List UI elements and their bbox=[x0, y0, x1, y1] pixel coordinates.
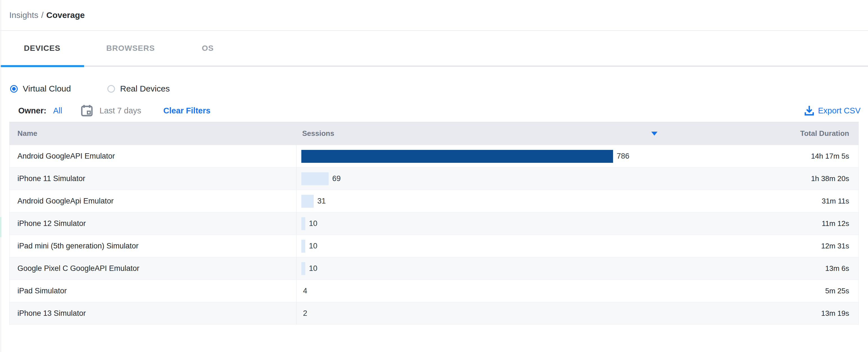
sessions-bar bbox=[301, 150, 613, 163]
radio-real-devices[interactable]: Real Devices bbox=[107, 84, 170, 94]
total-duration-cell: 5m 25s bbox=[671, 280, 859, 302]
device-name-cell: Android GoogleAPI Emulator bbox=[9, 145, 296, 167]
sessions-cell: 31 bbox=[296, 190, 671, 212]
table-row[interactable]: Google Pixel C GoogleAPI Emulator 10 13m… bbox=[9, 257, 859, 280]
sessions-value: 69 bbox=[332, 174, 341, 183]
column-header-name[interactable]: Name bbox=[9, 129, 296, 138]
device-name-cell: iPhone 12 Simulator bbox=[9, 212, 296, 235]
sessions-value: 10 bbox=[309, 242, 317, 250]
table-header-row: Name Sessions Total Duration bbox=[9, 122, 859, 145]
table-body: Android GoogleAPI Emulator 786 14h 17m 5… bbox=[9, 145, 859, 324]
export-csv-label: Export CSV bbox=[818, 106, 861, 115]
radio-unselected-icon[interactable] bbox=[107, 85, 115, 93]
table-row[interactable]: iPhone 12 Simulator 10 11m 12s bbox=[9, 212, 859, 235]
owner-filter-value[interactable]: All bbox=[53, 103, 62, 118]
sessions-cell: 786 bbox=[296, 145, 671, 167]
tabs-underline-track bbox=[0, 66, 868, 67]
sessions-bar bbox=[301, 240, 305, 253]
device-name-cell: Google Pixel C GoogleAPI Emulator bbox=[9, 257, 296, 280]
active-tab-indicator bbox=[1, 65, 84, 67]
table-row[interactable]: iPhone 13 Simulator 2 13m 19s bbox=[9, 302, 859, 324]
sessions-value: 10 bbox=[309, 264, 317, 273]
device-name-cell: iPad mini (5th generation) Simulator bbox=[9, 235, 296, 257]
column-header-sessions-label: Sessions bbox=[302, 129, 334, 138]
sessions-value: 4 bbox=[303, 287, 307, 295]
page-title: Coverage bbox=[46, 10, 85, 20]
column-header-total-duration[interactable]: Total Duration bbox=[671, 129, 859, 138]
sessions-bar bbox=[301, 217, 305, 230]
sessions-cell: 10 bbox=[296, 235, 671, 257]
total-duration-cell: 12m 31s bbox=[671, 235, 859, 257]
insights-coverage-page: Insights / Coverage DEVICES BROWSERS OS … bbox=[0, 0, 868, 352]
devices-coverage-table: Name Sessions Total Duration Android Goo… bbox=[9, 122, 859, 324]
sessions-cell: 4 bbox=[296, 280, 671, 302]
download-icon bbox=[804, 105, 814, 116]
calendar-icon[interactable] bbox=[81, 103, 93, 118]
table-row[interactable]: Android GoogleApi Emulator 31 31m 11s bbox=[9, 190, 859, 212]
radio-real-devices-label: Real Devices bbox=[120, 84, 170, 94]
sessions-bar bbox=[301, 172, 329, 185]
caret-down-icon[interactable] bbox=[651, 132, 657, 136]
total-duration-cell: 31m 11s bbox=[671, 190, 859, 212]
device-name-cell: Android GoogleApi Emulator bbox=[9, 190, 296, 212]
radio-virtual-cloud-label: Virtual Cloud bbox=[23, 84, 71, 94]
total-duration-cell: 13m 6s bbox=[671, 257, 859, 280]
sessions-cell: 10 bbox=[296, 257, 671, 280]
tab-devices[interactable]: DEVICES bbox=[24, 31, 60, 65]
date-range-filter[interactable]: Last 7 days bbox=[99, 103, 141, 118]
total-duration-cell: 1h 38m 20s bbox=[671, 168, 859, 190]
sessions-value: 10 bbox=[309, 219, 317, 228]
coverage-tabs: DEVICES BROWSERS OS bbox=[0, 31, 868, 67]
table-row[interactable]: iPhone 11 Simulator 69 1h 38m 20s bbox=[9, 167, 859, 190]
sessions-value: 31 bbox=[317, 197, 326, 206]
sessions-value: 2 bbox=[303, 309, 307, 318]
tab-browsers[interactable]: BROWSERS bbox=[106, 31, 155, 65]
sessions-cell: 10 bbox=[296, 212, 671, 235]
sessions-bar bbox=[301, 195, 314, 208]
total-duration-cell: 14h 17m 5s bbox=[671, 145, 859, 167]
table-row[interactable]: Android GoogleAPI Emulator 786 14h 17m 5… bbox=[9, 145, 859, 167]
owner-filter-label: Owner: bbox=[18, 103, 46, 118]
sessions-bar bbox=[301, 262, 305, 275]
device-name-cell: iPhone 13 Simulator bbox=[9, 302, 296, 324]
sidebar-accent-sliver bbox=[0, 217, 1, 237]
clear-filters-button[interactable]: Clear Filters bbox=[163, 103, 211, 118]
table-row[interactable]: iPad Simulator 4 5m 25s bbox=[9, 280, 859, 302]
sessions-cell: 2 bbox=[296, 302, 671, 324]
breadcrumb-section[interactable]: Insights bbox=[9, 10, 38, 20]
breadcrumb-separator: / bbox=[41, 10, 43, 20]
sessions-cell: 69 bbox=[296, 168, 671, 190]
breadcrumb: Insights / Coverage bbox=[0, 0, 868, 31]
device-name-cell: iPad Simulator bbox=[9, 280, 296, 302]
column-header-sessions[interactable]: Sessions bbox=[296, 122, 671, 145]
total-duration-cell: 11m 12s bbox=[671, 212, 859, 235]
device-name-cell: iPhone 11 Simulator bbox=[9, 168, 296, 190]
filter-bar: Owner: All Last 7 days Clear Filters Exp… bbox=[0, 103, 868, 118]
sessions-value: 786 bbox=[617, 152, 629, 161]
cloud-type-toggle: Virtual Cloud Real Devices bbox=[10, 83, 170, 94]
radio-virtual-cloud[interactable]: Virtual Cloud bbox=[10, 84, 71, 94]
total-duration-cell: 13m 19s bbox=[671, 302, 859, 324]
table-row[interactable]: iPad mini (5th generation) Simulator 10 … bbox=[9, 235, 859, 257]
tab-os[interactable]: OS bbox=[202, 31, 214, 65]
export-csv-button[interactable]: Export CSV bbox=[804, 103, 861, 118]
radio-selected-icon[interactable] bbox=[10, 85, 18, 93]
